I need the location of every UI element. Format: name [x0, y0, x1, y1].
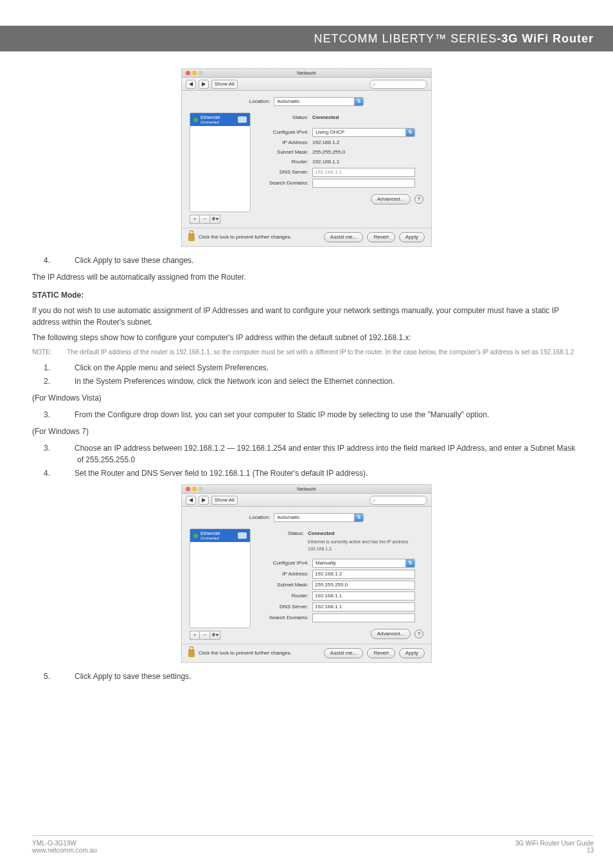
show-all-button[interactable]: Show All: [211, 80, 238, 89]
detail-pane: Status: Connected Configure IPv4: Using …: [257, 113, 423, 224]
step-list-b: 1.Click on the Apple menu and select Sys…: [32, 362, 581, 387]
location-value: Automatic: [277, 514, 300, 521]
sidebar-item-ethernet[interactable]: Ethernet Connected: [190, 529, 250, 542]
minimize-icon[interactable]: [192, 487, 197, 491]
chevron-down-icon: ⇅: [405, 559, 414, 567]
config-label: Configure IPv4:: [257, 129, 308, 136]
advanced-button[interactable]: Advanced...: [371, 194, 411, 204]
status-dot-icon: [193, 534, 198, 538]
page-content: Network ◀ ▶ Show All ⌕ Location: Automat…: [0, 51, 613, 682]
header-product: 3G WiFi Router: [501, 32, 594, 46]
detail-pane: Status: Connected Ethernet is currently …: [257, 529, 423, 640]
note-tag: NOTE:: [32, 347, 58, 357]
para-auto-ip: The IP Address will be automatically ass…: [32, 271, 581, 283]
subnet-input[interactable]: 255.255.255.0: [312, 581, 415, 590]
search-input[interactable]: ⌕: [369, 496, 427, 505]
window-body: Location: Automatic ⇅ Ethernet: [182, 507, 431, 644]
subnet-label: Subnet Mask:: [257, 149, 308, 156]
interface-list[interactable]: Ethernet Connected: [190, 113, 251, 212]
dns-input[interactable]: 192.168.1.1: [312, 602, 415, 611]
footer-page-num: 13: [515, 847, 594, 854]
action-menu-button[interactable]: ✻▾: [210, 631, 220, 640]
step-3-win7: 3.Choose an IP address between 192.168.1…: [77, 442, 581, 466]
top-spacer: [0, 0, 613, 26]
zoom-icon[interactable]: [199, 71, 203, 75]
router-label: Router:: [257, 158, 308, 166]
router-input[interactable]: 192.168.1.1: [312, 592, 415, 601]
nav-forward-button[interactable]: ▶: [199, 80, 209, 89]
configure-ipv4-select[interactable]: Manually⇅: [312, 559, 415, 568]
status-label: Status:: [257, 114, 308, 122]
note-row: NOTE: The default IP address of the rout…: [32, 347, 581, 357]
search-icon: ⌕: [373, 80, 376, 88]
window-title: Network: [182, 485, 431, 493]
assist-me-button[interactable]: Assist me...: [324, 232, 363, 242]
router-value: 192.168.1.1: [312, 158, 339, 166]
para-steps-intro: The following steps show how to configur…: [32, 332, 581, 343]
assist-me-button[interactable]: Assist me...: [324, 648, 363, 658]
footer-left: YML-O-3G19W www.netcomm.com.au: [32, 840, 97, 854]
add-interface-button[interactable]: +: [190, 215, 200, 224]
footer-doc-title: 3G WiFi Router User Guide: [515, 840, 594, 847]
header-series: NETCOMM LIBERTY™ SERIES: [314, 32, 497, 46]
ethernet-icon: [238, 532, 247, 539]
nav-back-button[interactable]: ◀: [186, 80, 196, 89]
toolbar: ◀ ▶ Show All ⌕: [182, 494, 431, 507]
ethernet-icon: [238, 116, 247, 123]
window-title: Network: [182, 69, 431, 77]
apply-button[interactable]: Apply: [399, 648, 425, 658]
ip-label: IP Address:: [257, 570, 308, 578]
step-text: Click on the Apple menu and select Syste…: [75, 363, 269, 372]
iface-name: Ethernet: [200, 531, 220, 536]
nav-back-button[interactable]: ◀: [186, 496, 196, 505]
lock-icon[interactable]: [188, 233, 195, 241]
step-num: 4.: [60, 255, 75, 266]
minimize-icon[interactable]: [192, 71, 197, 75]
revert-button[interactable]: Revert: [367, 232, 395, 242]
sidebar-col: Ethernet Connected + − ✻▾: [190, 529, 251, 640]
search-domains-input[interactable]: [312, 179, 415, 188]
advanced-button[interactable]: Advanced...: [371, 629, 411, 639]
step-text: Choose an IP address between 192.168.1.2…: [75, 444, 575, 464]
traffic-lights: [186, 71, 203, 75]
location-select[interactable]: Automatic ⇅: [274, 97, 364, 106]
close-icon[interactable]: [186, 487, 190, 491]
configure-ipv4-select[interactable]: Using DHCP⇅: [312, 128, 415, 137]
location-select[interactable]: Automatic ⇅: [274, 513, 364, 522]
sidebar-item-ethernet[interactable]: Ethernet Connected: [190, 113, 250, 126]
step-num: 5.: [60, 671, 75, 682]
nav-forward-button[interactable]: ▶: [199, 496, 209, 505]
help-button[interactable]: ?: [414, 629, 423, 638]
remove-interface-button[interactable]: −: [200, 631, 210, 640]
search-icon: ⌕: [373, 496, 376, 504]
list-controls: + − ✻▾: [190, 215, 251, 224]
note-text: The default IP address of the router is …: [67, 347, 581, 357]
show-all-button[interactable]: Show All: [211, 496, 238, 505]
zoom-icon[interactable]: [199, 487, 203, 491]
remove-interface-button[interactable]: −: [200, 215, 210, 224]
location-row: Location: Automatic ⇅: [190, 97, 423, 106]
ip-label: IP Address:: [257, 139, 308, 147]
vista-label: (For Windows Vista): [32, 392, 581, 404]
help-button[interactable]: ?: [414, 195, 423, 204]
add-interface-button[interactable]: +: [190, 631, 200, 640]
search-domains-input[interactable]: [312, 613, 415, 622]
action-menu-button[interactable]: ✻▾: [210, 215, 220, 224]
search-input[interactable]: ⌕: [369, 80, 427, 89]
search-domains-label: Search Domains:: [257, 179, 308, 187]
apply-button[interactable]: Apply: [399, 232, 425, 242]
revert-button[interactable]: Revert: [367, 648, 395, 658]
interface-list[interactable]: Ethernet Connected: [190, 529, 251, 628]
footer-right: 3G WiFi Router User Guide 13: [515, 840, 594, 854]
location-label: Location:: [249, 98, 270, 105]
close-icon[interactable]: [186, 71, 190, 75]
dns-label: DNS Server:: [257, 168, 308, 176]
lock-icon[interactable]: [188, 649, 195, 657]
step-list-win7: 3.Choose an IP address between 192.168.1…: [32, 442, 581, 479]
ip-input[interactable]: 192.168.1.2: [312, 570, 415, 579]
dns-input[interactable]: 192.168.1.1: [312, 168, 415, 177]
step-num: 3.: [60, 409, 75, 420]
status-value: Connected: [312, 114, 339, 122]
step-num: 4.: [60, 467, 75, 479]
subnet-label: Subnet Mask:: [257, 581, 308, 589]
